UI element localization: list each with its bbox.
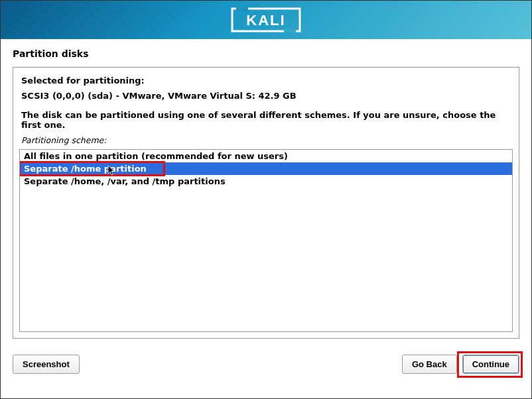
option-separate-all[interactable]: Separate /home, /var, and /tmp partition… — [20, 175, 512, 188]
content-area: Partition disks Selected for partitionin… — [1, 39, 531, 345]
svg-rect-1 — [236, 7, 248, 11]
partition-panel: Selected for partitioning: SCSI3 (0,0,0)… — [13, 67, 519, 339]
page-title: Partition disks — [13, 48, 519, 59]
continue-button[interactable]: Continue — [462, 355, 519, 374]
footer: Screenshot Go Back Continue — [1, 345, 531, 380]
screenshot-button[interactable]: Screenshot — [13, 355, 80, 374]
option-label: Separate /home partition — [24, 164, 147, 174]
kali-logo: KALI — [230, 6, 302, 34]
go-back-button[interactable]: Go Back — [402, 355, 457, 374]
svg-text:KALI: KALI — [246, 12, 285, 28]
description: The disk can be partitioned using one of… — [21, 110, 511, 130]
option-all-in-one[interactable]: All files in one partition (recommended … — [20, 150, 512, 162]
option-separate-home[interactable]: Separate /home partition — [20, 162, 512, 175]
installer-header: KALI — [1, 1, 531, 39]
info-block: Selected for partitioning: SCSI3 (0,0,0)… — [17, 76, 515, 133]
options-list: All files in one partition (recommended … — [19, 149, 513, 332]
nav-buttons: Go Back Continue — [402, 355, 519, 374]
svg-rect-2 — [284, 28, 296, 32]
disk-info: SCSI3 (0,0,0) (sda) - VMware, VMware Vir… — [21, 91, 511, 101]
scheme-label: Partitioning scheme: — [17, 135, 515, 145]
selected-label: Selected for partitioning: — [21, 76, 511, 86]
